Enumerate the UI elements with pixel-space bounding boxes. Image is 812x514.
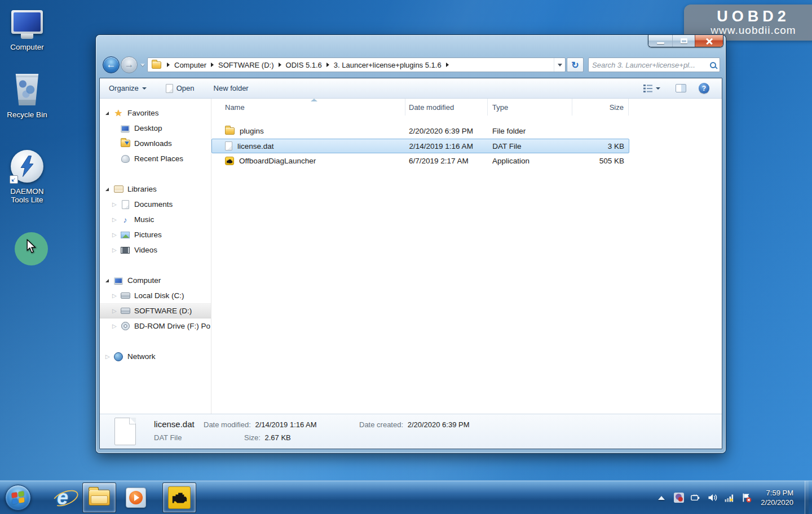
new-folder-button[interactable]: New folder [214, 84, 249, 92]
minimize-button[interactable] [648, 35, 672, 47]
desktop-icon-daemon-tools[interactable]: DAEMON Tools Lite [1, 149, 53, 204]
file-size: 505 KB [572, 157, 629, 165]
show-desktop-button[interactable] [805, 481, 809, 514]
taskbar-button-odis-launcher[interactable] [162, 482, 196, 513]
expander-icon[interactable] [105, 112, 113, 115]
file-row-offboarddiaglauncher[interactable]: OffboardDiagLauncher 6/7/2019 2:17 AM Ap… [211, 153, 629, 169]
expander-icon[interactable]: ▷ [112, 202, 120, 207]
chevron-down-icon [656, 87, 660, 90]
search-icon[interactable] [710, 62, 716, 68]
shortcut-arrow-icon [10, 175, 18, 184]
open-button[interactable]: Open [166, 84, 195, 93]
sidebar-item-music[interactable]: ▷ ♪ Music [100, 212, 211, 227]
sidebar-item-local-disk-c[interactable]: ▷ Local Disk (C:) [100, 288, 211, 303]
breadcrumb: Computer SOFTWARE (D:) ODIS 5.1.6 3. Lau… [147, 57, 566, 72]
size-value: 2.67 KB [265, 433, 291, 442]
sidebar-item-label: Desktop [134, 124, 162, 132]
folder-icon [151, 61, 161, 69]
videos-icon [120, 247, 130, 254]
sidebar-item-label: SOFTWARE (D:) [134, 307, 192, 315]
organize-button[interactable]: Organize [109, 84, 147, 92]
sidebar-item-software-d[interactable]: ▷ SOFTWARE (D:) [100, 303, 211, 318]
expander-icon[interactable]: ▷ [112, 308, 120, 314]
power-battery-icon[interactable] [691, 493, 701, 503]
details-pane: license.dat DAT File Date modified: 2/14… [100, 414, 722, 449]
new-folder-label: New folder [214, 84, 249, 92]
taskbar-button-media-player[interactable] [121, 482, 151, 513]
expander-icon[interactable]: ▷ [112, 324, 120, 329]
search-input[interactable] [592, 61, 710, 69]
maximize-icon [681, 38, 687, 43]
expander-icon[interactable]: ▷ [112, 232, 120, 238]
file-row-license-dat[interactable]: license.dat 2/14/2019 1:16 AM DAT File 3… [211, 139, 629, 153]
column-header-type[interactable]: Type [488, 99, 572, 116]
sidebar-item-libraries[interactable]: Libraries [100, 181, 211, 197]
sidebar-item-computer[interactable]: Computer [100, 273, 211, 288]
expander-icon[interactable]: ▷ [105, 354, 113, 360]
sidebar-item-videos[interactable]: ▷ Videos [100, 242, 211, 258]
volume-icon[interactable] [708, 493, 718, 503]
sidebar-item-label: Computer [127, 276, 161, 285]
help-button[interactable]: ? [699, 83, 709, 94]
sidebar-item-recent-places[interactable]: Recent Places [100, 151, 211, 166]
date-created-label: Date created: [359, 420, 403, 429]
preview-pane-button[interactable] [676, 84, 686, 92]
tree-section-libraries: Libraries ▷ Documents ▷ ♪ Music [100, 181, 211, 258]
expander-icon[interactable]: ▷ [112, 247, 120, 253]
lightning-bolt-icon [16, 154, 38, 179]
taskbar-button-windows-explorer[interactable] [82, 482, 116, 513]
action-center-flag-icon[interactable] [742, 493, 752, 503]
details-file-name: license.dat [154, 419, 195, 429]
sidebar-item-favorites[interactable]: ★ Favorites [100, 105, 211, 121]
sidebar-item-documents[interactable]: ▷ Documents [100, 197, 211, 212]
column-headers: Name Date modified Type Size [211, 99, 629, 116]
show-hidden-icons-button[interactable] [658, 496, 665, 500]
refresh-button[interactable]: ↻ [567, 57, 584, 72]
sidebar-item-label: Videos [134, 246, 157, 254]
sidebar-item-downloads[interactable]: Downloads [100, 136, 211, 151]
taskbar-button-internet-explorer[interactable]: e [47, 482, 78, 513]
expander-icon[interactable]: ▷ [112, 217, 120, 223]
desktop-icon-recycle-bin[interactable]: Recycle Bin [1, 72, 53, 119]
start-button[interactable] [5, 485, 31, 511]
forward-button[interactable]: → [121, 56, 138, 73]
recent-pages-dropdown[interactable] [140, 64, 145, 67]
sidebar-item-desktop[interactable]: Desktop [100, 121, 211, 136]
mouse-cursor [26, 239, 37, 254]
column-header-name[interactable]: Name [211, 99, 405, 116]
tree-section-favorites: ★ Favorites Desktop Downloads [100, 105, 211, 166]
taskbar: e [0, 480, 812, 514]
expander-icon[interactable]: ▷ [112, 293, 120, 299]
tree-section-computer: Computer ▷ Local Disk (C:) ▷ SOFTWARE (D… [100, 273, 211, 334]
sidebar-item-bdrom-f[interactable]: ▷ BD-ROM Drive (F:) Po [100, 318, 211, 334]
column-header-date-modified[interactable]: Date modified [405, 99, 488, 116]
recycle-bin-icon [1, 72, 53, 107]
list-view-icon [643, 85, 653, 92]
back-button[interactable]: ← [103, 56, 120, 73]
daemon-tools-tray-icon[interactable] [674, 493, 684, 503]
close-button[interactable] [695, 35, 723, 47]
desktop-icon-computer[interactable]: Computer [1, 5, 53, 51]
file-row-plugins[interactable]: plugins 2/20/2020 6:39 PM File folder [211, 123, 629, 139]
windows-logo-icon [11, 491, 24, 504]
breadcrumb-item-odis[interactable]: ODIS 5.1.6 [283, 61, 325, 69]
network-status-icon[interactable] [725, 493, 735, 503]
change-view-button[interactable] [641, 83, 663, 94]
command-bar: Organize Open New folder [100, 78, 722, 99]
odis-engine-icon [168, 486, 191, 509]
breadcrumb-item-software-d[interactable]: SOFTWARE (D:) [215, 61, 276, 69]
sidebar-item-pictures[interactable]: ▷ Pictures [100, 227, 211, 242]
sidebar-item-label: Pictures [134, 231, 162, 239]
expander-icon[interactable] [105, 188, 113, 191]
address-dropdown-button[interactable] [554, 58, 565, 72]
sidebar-item-network[interactable]: ▷ Network [100, 349, 211, 364]
expander-icon[interactable] [105, 279, 113, 282]
taskbar-clock[interactable]: 7:59 PM 2/20/2020 [758, 488, 798, 507]
breadcrumb-item-computer[interactable]: Computer [171, 61, 209, 69]
back-arrow-icon: ← [107, 59, 116, 70]
drive-icon [120, 293, 130, 299]
sidebar-item-label: Documents [134, 200, 173, 209]
maximize-button[interactable] [672, 35, 695, 47]
breadcrumb-item-launcher-folder[interactable]: 3. Launcer+license+plugins 5.1.6 [331, 61, 444, 69]
column-header-size[interactable]: Size [572, 99, 629, 116]
